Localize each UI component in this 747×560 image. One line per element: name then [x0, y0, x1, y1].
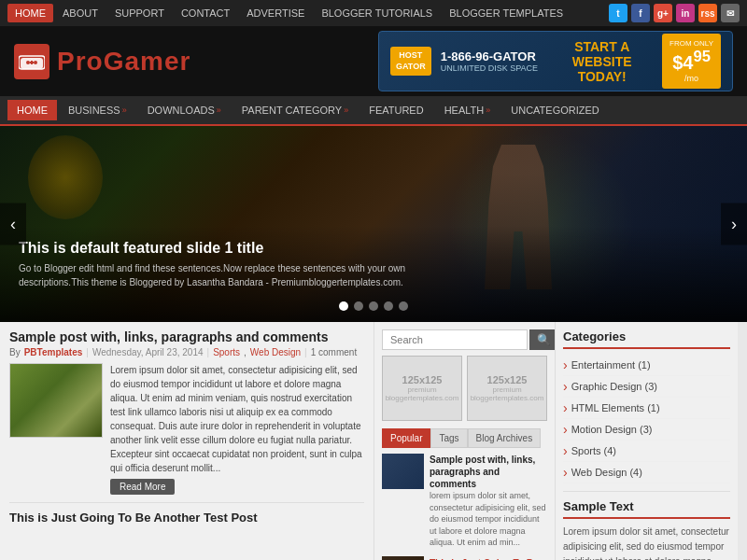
- main-content: Sample post with, links, paragraphs and …: [0, 322, 374, 560]
- slider-dot-5[interactable]: [399, 301, 408, 311]
- banner-phone: 1-866-96-GATOR: [441, 49, 543, 64]
- facebook-icon[interactable]: f: [631, 4, 650, 22]
- category-link-graphic-design[interactable]: Graphic Design (3): [571, 381, 657, 392]
- category-link-motion-design[interactable]: Motion Design (3): [571, 424, 653, 435]
- logo-highlight: Pro: [57, 47, 104, 76]
- recent-post-content-2: This is Just Going To Be Another Test Po…: [430, 556, 547, 560]
- mainnav-parent-category[interactable]: PARENT CATEGORY »: [233, 100, 358, 120]
- top-nav-support[interactable]: SUPPORT: [107, 4, 172, 22]
- top-nav-advertise[interactable]: ADVERTISE: [239, 4, 312, 22]
- logo-text: ProGamer: [57, 47, 190, 77]
- slider-next-button[interactable]: ›: [721, 203, 747, 245]
- post-tag-sports[interactable]: Sports: [213, 347, 240, 357]
- top-nav-blogger-templates[interactable]: BLOGGER TEMPLATES: [442, 4, 571, 22]
- categories-widget-title: Categories: [563, 329, 730, 349]
- tab-blog-archives[interactable]: Blog Archives: [468, 428, 542, 448]
- mainnav-uncategorized[interactable]: UNCATEGORIZED: [501, 100, 609, 120]
- slider-prev-button[interactable]: ‹: [0, 203, 26, 245]
- post-text: Lorem ipsum dolor sit amet, consectetur …: [110, 363, 364, 475]
- top-nav-contact[interactable]: CONTACT: [174, 4, 237, 22]
- recent-post-1: Sample post with, links, paragraphs and …: [382, 454, 547, 549]
- recent-post-title-1[interactable]: Sample post with, links, paragraphs and …: [430, 454, 547, 490]
- slider-dot-4[interactable]: [384, 301, 393, 311]
- category-item-graphic-design[interactable]: Graphic Design (3): [563, 376, 730, 398]
- post-content: Lorem ipsum dolor sit amet, consectetur …: [110, 363, 364, 495]
- post-comments[interactable]: 1 comment: [311, 347, 357, 357]
- post-title-link[interactable]: Sample post with, links, paragraphs and …: [9, 329, 329, 344]
- slider-title: This is default featured slide 1 title: [19, 240, 728, 257]
- ad1-size: 125x125: [402, 374, 443, 385]
- google-plus-icon[interactable]: g+: [654, 4, 672, 22]
- post-tag-webdesign[interactable]: Web Design: [250, 347, 301, 357]
- rss-icon[interactable]: rss: [698, 4, 717, 22]
- tab-popular[interactable]: Popular: [382, 428, 430, 448]
- recent-post-content-1: Sample post with, links, paragraphs and …: [430, 454, 547, 549]
- svg-rect-5: [30, 62, 34, 63]
- sidebar: Categories Entertainment (1) Graphic Des…: [556, 322, 738, 560]
- ad1-label2: bloggertemplates.com: [386, 394, 459, 402]
- post-by-label: By: [9, 347, 21, 357]
- social-icons-bar: t f g+ in rss ✉: [609, 4, 740, 22]
- category-item-sports[interactable]: Sports (4): [563, 441, 730, 462]
- slider-description: Go to Blogger edit html and find these s…: [19, 261, 439, 289]
- top-nav-home[interactable]: HOME: [7, 4, 53, 22]
- mid-content: 🔍 125x125 premium bloggertemplates.com 1…: [374, 322, 556, 560]
- post-body: Lorem ipsum dolor sit amet, consectetur …: [9, 363, 364, 495]
- category-link-sports[interactable]: Sports (4): [571, 445, 616, 456]
- mainnav-downloads[interactable]: DOWNLOADS »: [138, 100, 231, 120]
- category-item-web-design[interactable]: Web Design (4): [563, 462, 730, 483]
- category-link-html-elements[interactable]: HTML Elements (1): [571, 402, 660, 413]
- post-date: Wednesday, April 23, 2014: [92, 347, 204, 357]
- slider-dots: [339, 301, 408, 311]
- category-item-entertainment[interactable]: Entertainment (1): [563, 355, 730, 376]
- banner-price: FROM ONLY $495 /mo: [662, 34, 721, 89]
- recent-post-desc-1: lorem ipsum dolor sit amet, consectetur …: [430, 490, 547, 549]
- mainnav-health[interactable]: HEALTH »: [435, 100, 500, 120]
- top-nav-about[interactable]: ABOUT: [55, 4, 106, 22]
- featured-slider: This is default featured slide 1 title G…: [0, 126, 747, 322]
- ad2-label2: bloggertemplates.com: [471, 394, 544, 402]
- top-navigation: HOME ABOUT SUPPORT CONTACT ADVERTISE BLO…: [0, 0, 747, 26]
- mail-icon[interactable]: ✉: [721, 4, 740, 22]
- ad-box-1[interactable]: 125x125 premium bloggertemplates.com: [382, 356, 462, 421]
- instagram-icon[interactable]: in: [676, 4, 695, 22]
- categories-list: Entertainment (1) Graphic Design (3) HTM…: [563, 355, 730, 483]
- tabs-bar: Popular Tags Blog Archives: [382, 428, 547, 448]
- tab-tags[interactable]: Tags: [430, 428, 467, 448]
- ad-box-2[interactable]: 125x125 premium bloggertemplates.com: [467, 356, 547, 421]
- category-item-html-elements[interactable]: HTML Elements (1): [563, 398, 730, 419]
- svg-point-3: [34, 61, 37, 64]
- top-nav-blogger-tutorials[interactable]: BLOGGER TUTORIALS: [314, 4, 440, 22]
- sample-text-widget-title: Sample Text: [563, 499, 730, 519]
- ad2-size: 125x125: [487, 374, 528, 385]
- search-bar: 🔍: [382, 329, 547, 350]
- category-link-web-design[interactable]: Web Design (4): [571, 467, 642, 478]
- category-item-motion-design[interactable]: Motion Design (3): [563, 419, 730, 441]
- slider-dot-3[interactable]: [369, 301, 378, 311]
- banner-cta: START A WEBSITE TODAY!: [551, 39, 653, 84]
- slider-dot-1[interactable]: [339, 301, 348, 311]
- widget-divider: [563, 491, 730, 492]
- read-more-button[interactable]: Read More: [110, 479, 175, 495]
- mainnav-home[interactable]: HOME: [7, 100, 57, 120]
- search-button[interactable]: 🔍: [529, 329, 556, 350]
- logo[interactable]: ProGamer: [14, 44, 190, 79]
- slider-dot-2[interactable]: [354, 301, 363, 311]
- logo-icon: [14, 44, 49, 79]
- mainnav-business[interactable]: BUSINESS »: [59, 100, 136, 120]
- ad-boxes: 125x125 premium bloggertemplates.com 125…: [382, 356, 547, 421]
- search-input[interactable]: [382, 329, 528, 350]
- post-author[interactable]: PBTemplates: [24, 347, 83, 357]
- recent-post-thumb-2: [382, 556, 424, 560]
- ad2-label1: premium: [492, 385, 521, 394]
- category-link-entertainment[interactable]: Entertainment (1): [571, 359, 651, 371]
- second-post-title: This is Just Going To Be Another Test Po…: [9, 511, 364, 525]
- banner-advertisement[interactable]: HOSTGATOR 1-866-96-GATOR UNLIMITED DISK …: [378, 31, 733, 91]
- site-header: ProGamer HOSTGATOR 1-866-96-GATOR UNLIMI…: [0, 26, 747, 96]
- mainnav-featured[interactable]: FEATURED: [359, 100, 432, 120]
- second-post: This is Just Going To Be Another Test Po…: [9, 511, 364, 525]
- recent-post-2: This is Just Going To Be Another Test Po…: [382, 556, 547, 560]
- second-post-title-link[interactable]: This is Just Going To Be Another Test Po…: [9, 511, 258, 525]
- twitter-icon[interactable]: t: [609, 4, 627, 22]
- hostgator-logo: HOSTGATOR: [390, 47, 431, 76]
